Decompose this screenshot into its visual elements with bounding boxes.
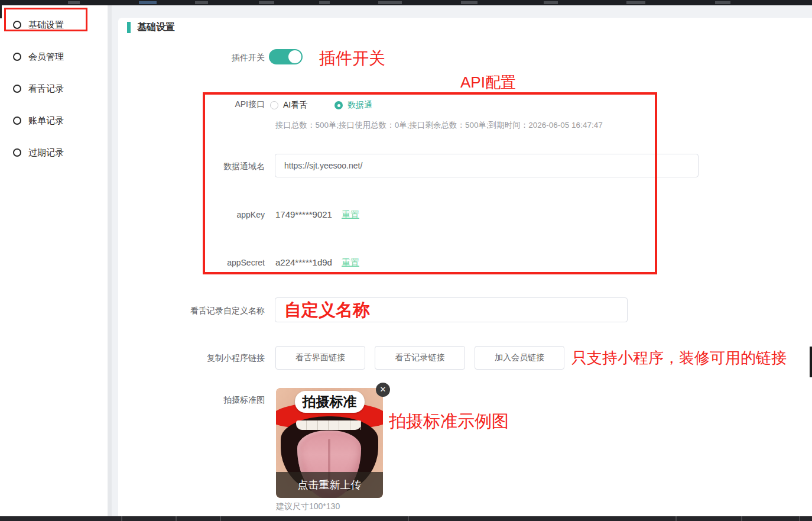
appkey-label: appKey xyxy=(123,210,265,219)
annotation-standard-image: 拍摄标准示例图 xyxy=(389,410,509,433)
bottom-strip-separator xyxy=(408,516,409,521)
button-label: 加入会员链接 xyxy=(495,352,544,363)
tongue-ui-link-button[interactable]: 看舌界面链接 xyxy=(275,346,365,370)
sidebar-item-label: 过期记录 xyxy=(28,147,64,158)
radio-off-icon xyxy=(270,101,278,109)
plugin-switch-label: 插件开关 xyxy=(123,53,265,63)
cropped-edge-artifact xyxy=(0,5,2,18)
radio-circle-icon xyxy=(13,148,21,157)
api-quota-stats: 接口总数：500单;接口使用总数：0单;接口剩余总数：500单;到期时间：202… xyxy=(275,120,603,131)
plugin-switch-toggle[interactable] xyxy=(269,49,303,64)
sidebar: 基础设置 会员管理 看舌记录 账单记录 过期记录 xyxy=(0,5,108,516)
cropped-browser-bottom-strip xyxy=(0,516,812,521)
page-title: 基础设置 xyxy=(137,21,175,34)
image-size-hint: 建议尺寸100*130 xyxy=(276,501,340,512)
radio-on-icon xyxy=(334,101,343,109)
top-strip-fragment xyxy=(715,1,730,4)
cropped-browser-top-strip xyxy=(0,0,812,5)
photo-teeth xyxy=(296,420,361,430)
top-strip-fragment xyxy=(461,1,478,4)
bottom-strip-separator xyxy=(675,516,677,521)
scrollbar-artifact xyxy=(810,347,812,377)
top-strip-fragment xyxy=(544,1,558,4)
sidebar-item-member-management[interactable]: 会员管理 xyxy=(0,49,108,64)
bottom-strip-separator xyxy=(220,516,221,521)
radio-option-ai-tongue[interactable]: AI看舌 xyxy=(270,100,307,111)
photo-badge: 拍摄标准 xyxy=(295,391,365,413)
radio-label: 数据通 xyxy=(347,100,372,111)
sidebar-item-label: 基础设置 xyxy=(28,20,64,31)
appsecret-reset-link[interactable]: 重置 xyxy=(342,257,359,268)
custom-name-label: 看舌记录自定义名称 xyxy=(123,306,265,316)
appkey-value: 1749*****9021 xyxy=(275,209,332,219)
annotation-plugin-switch: 插件开关 xyxy=(319,47,385,70)
toggle-knob xyxy=(288,50,301,63)
annotation-custom-name: 自定义名称 xyxy=(284,299,370,322)
sidebar-item-label: 看舌记录 xyxy=(28,83,64,95)
section-accent-bar xyxy=(127,22,131,33)
close-icon[interactable]: ✕ xyxy=(376,383,390,397)
button-label: 看舌记录链接 xyxy=(395,352,445,363)
annotation-api-config: API配置 xyxy=(460,72,516,93)
copy-links-label: 复制小程序链接 xyxy=(123,353,265,364)
standard-image-upload[interactable]: 拍摄标准 点击重新上传 xyxy=(276,388,383,498)
radio-circle-icon xyxy=(13,85,21,93)
sidebar-item-basic-settings[interactable]: 基础设置 xyxy=(0,17,108,33)
appsecret-value: a224*****1d9d xyxy=(275,257,332,267)
sidebar-item-bill-records[interactable]: 账单记录 xyxy=(0,113,108,128)
radio-option-datatong[interactable]: 数据通 xyxy=(334,100,372,111)
top-strip-fragment xyxy=(626,1,645,4)
radio-label: AI看舌 xyxy=(283,100,307,111)
domain-label: 数据通域名 xyxy=(123,161,265,172)
sidebar-item-tongue-records[interactable]: 看舌记录 xyxy=(0,81,108,96)
top-strip-fragment xyxy=(319,1,330,4)
reupload-overlay[interactable]: 点击重新上传 xyxy=(276,472,383,498)
sidebar-divider xyxy=(108,5,112,516)
radio-circle-icon xyxy=(13,21,21,29)
bottom-strip-separator xyxy=(799,516,800,521)
appkey-reset-link[interactable]: 重置 xyxy=(342,209,359,221)
sidebar-item-label: 会员管理 xyxy=(28,51,64,63)
button-label: 看舌界面链接 xyxy=(295,352,345,363)
bottom-strip-separator xyxy=(176,516,177,521)
top-strip-fragment xyxy=(68,1,80,4)
top-strip-fragment xyxy=(259,1,274,4)
top-strip-fragment xyxy=(378,1,402,4)
sidebar-item-label: 账单记录 xyxy=(28,115,64,127)
domain-input[interactable] xyxy=(275,154,699,177)
top-strip-fragment xyxy=(195,1,208,4)
radio-circle-icon xyxy=(13,117,21,125)
sidebar-item-expired-records[interactable]: 过期记录 xyxy=(0,145,108,160)
appsecret-label: appSecret xyxy=(123,258,265,267)
standard-image-label: 拍摄标准图 xyxy=(123,395,265,406)
annotation-copy-links: 只支持小程序，装修可用的链接 xyxy=(571,348,787,368)
top-strip-fragment xyxy=(139,1,157,4)
join-member-link-button[interactable]: 加入会员链接 xyxy=(475,346,564,370)
bottom-strip-separator xyxy=(741,516,742,521)
api-interface-label: API接口 xyxy=(123,99,265,110)
tongue-record-link-button[interactable]: 看舌记录链接 xyxy=(375,346,465,370)
bottom-strip-separator xyxy=(121,516,122,521)
radio-circle-icon xyxy=(13,53,21,61)
